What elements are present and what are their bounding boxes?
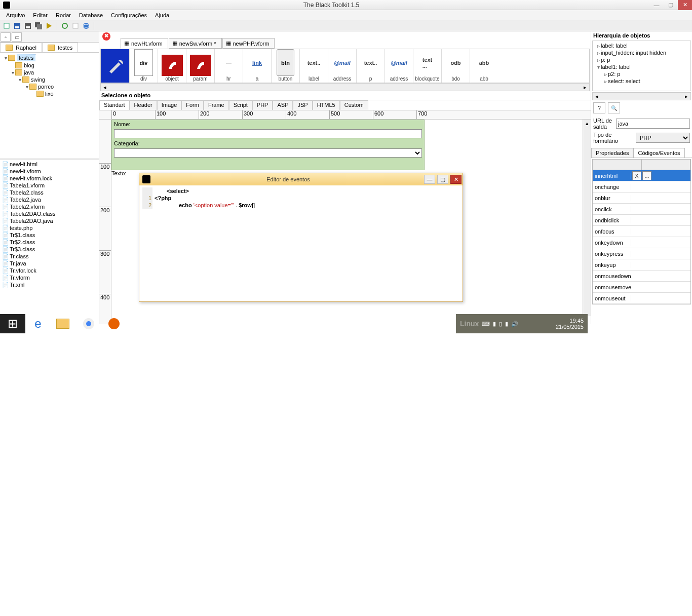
event-row[interactable]: onmousemove (593, 282, 690, 293)
design-tab-image[interactable]: Image (157, 100, 182, 110)
file-item[interactable]: 📄Tr$2.class (1, 239, 98, 246)
events-grid[interactable]: innerhtmlX...onchangeonbluronclickondblc… (592, 159, 691, 304)
menu-editar[interactable]: Editar (29, 11, 52, 19)
refresh-icon[interactable] (60, 21, 69, 30)
palette-item-param[interactable]: param (186, 49, 214, 83)
event-editor-max-button[interactable]: ▢ (437, 175, 448, 184)
file-item[interactable]: 📄Tr.java (1, 260, 98, 267)
flag-icon[interactable]: ▮ (493, 321, 496, 327)
scroll-left-icon[interactable]: ◂ (101, 84, 109, 91)
design-tab-form[interactable]: Form (181, 100, 204, 110)
scroll-right-icon[interactable]: ▸ (581, 84, 589, 91)
event-row[interactable]: onkeyup (593, 259, 690, 271)
nav-new-icon[interactable]: ▫ (1, 32, 11, 42)
palette-item-label[interactable]: text..label (299, 49, 328, 83)
palette-item-bdo[interactable]: odbbdo (441, 49, 470, 83)
globe-icon[interactable] (82, 21, 91, 30)
file-item[interactable]: 📄newHt.vform (1, 168, 98, 175)
nome-input[interactable] (114, 129, 422, 138)
scroll-track[interactable] (109, 84, 581, 91)
tree-node[interactable]: ▾java (1, 69, 98, 76)
project-tab[interactable]: Raphael (0, 43, 42, 52)
tree-node[interactable]: lixo (1, 90, 98, 97)
palette-item-blockquote[interactable]: text...blockquote (413, 49, 441, 83)
file-list[interactable]: 📄newHt.html📄newHt.vform📄newHt.vform.lock… (0, 159, 99, 324)
nav-del-icon[interactable]: ▭ (12, 32, 22, 42)
file-item[interactable]: 📄Tabela2.java (1, 196, 98, 203)
tree-node[interactable]: ▾porrco (1, 83, 98, 90)
design-tab-html5[interactable]: HTML5 (313, 100, 340, 110)
event-row[interactable]: onfocus (593, 226, 690, 237)
event-row[interactable]: onblur (593, 192, 690, 204)
prop-tab[interactable]: Propriedades (591, 148, 633, 158)
form-panel[interactable]: Nome: Categoria: (111, 120, 425, 170)
event-row[interactable]: onmouseout (593, 293, 690, 304)
file-item[interactable]: 📄Tabela1.vform (1, 182, 98, 189)
event-edit-button[interactable]: ... (642, 171, 651, 180)
firefox-icon[interactable] (101, 314, 127, 333)
canvas-vscroll[interactable]: ▴ (583, 120, 591, 316)
search-icon[interactable]: 🔍 (608, 102, 620, 113)
file-item[interactable]: 📄Tabela2DAO.java (1, 217, 98, 224)
event-editor-titlebar[interactable]: Editor de eventos — ▢ ✕ (139, 173, 463, 185)
event-editor-min-button[interactable]: — (424, 175, 435, 184)
event-row[interactable]: onclick (593, 204, 690, 215)
file-item[interactable]: 📄Tabela2DAO.class (1, 210, 98, 217)
system-tray[interactable]: Linux ⌨ ▮ ▯ ▮ 🔊 19:45 21/05/2015 (456, 314, 588, 333)
tray-clock[interactable]: 19:45 21/05/2015 (556, 318, 584, 330)
chrome-icon[interactable] (76, 314, 101, 333)
tree-node[interactable]: ▾swing (1, 76, 98, 83)
scroll-up-icon[interactable]: ▴ (583, 120, 591, 128)
file-item[interactable]: 📄Tr.xml (1, 281, 98, 288)
project-tab[interactable]: testes (42, 43, 78, 52)
event-row[interactable]: onkeydown (593, 237, 690, 248)
save-icon-2[interactable] (23, 21, 32, 30)
hierarchy-node[interactable]: ▹ p: p (594, 56, 689, 63)
file-item[interactable]: 📄Tabela2.vform (1, 203, 98, 210)
tree-node[interactable]: blog (1, 62, 98, 69)
blank-icon[interactable] (71, 21, 80, 30)
palette-item-hr[interactable]: —hr (214, 49, 243, 83)
palette-item-abb[interactable]: abbabb (470, 49, 498, 83)
tree-node[interactable]: ▾testes (1, 54, 98, 62)
design-tab-asp[interactable]: ASP (273, 100, 293, 110)
file-item[interactable]: 📄Tr.class (1, 253, 98, 260)
event-editor-close-button[interactable]: ✕ (450, 175, 462, 184)
palette-item-address[interactable]: @mailaddress (385, 49, 413, 83)
file-item[interactable]: 📄newHt.vform.lock (1, 175, 98, 182)
menu-database[interactable]: Database (75, 11, 107, 19)
close-button[interactable]: ✕ (678, 0, 692, 10)
explorer-icon[interactable] (51, 314, 76, 333)
help-icon[interactable]: ? (593, 102, 605, 113)
file-item[interactable]: 📄Tr.vform (1, 274, 98, 281)
battery-icon[interactable]: ▮ (505, 321, 508, 327)
hierarchy-hscroll[interactable]: ◂ ▸ (592, 92, 691, 100)
design-tab-standart[interactable]: Standart (99, 100, 130, 110)
ie-icon[interactable]: e (25, 314, 51, 333)
new-icon[interactable] (2, 21, 11, 30)
wifi-icon[interactable]: ▯ (499, 321, 502, 327)
palette-item-button[interactable]: btnbutton (271, 49, 299, 83)
design-tab-php[interactable]: PHP (252, 100, 273, 110)
event-row[interactable]: onchange (593, 181, 690, 192)
document-tab[interactable]: ▦newSw.vform * (169, 38, 222, 49)
event-row[interactable]: innerhtmlX... (593, 170, 690, 181)
keyboard-icon[interactable]: ⌨ (482, 321, 490, 327)
saveall-icon[interactable] (34, 21, 43, 30)
formtype-select[interactable]: PHP (636, 133, 690, 143)
menu-ajuda[interactable]: Ajuda (151, 11, 173, 19)
categoria-select[interactable] (114, 148, 422, 158)
document-tab[interactable]: ▦newPHP.vform (222, 38, 275, 49)
event-clear-button[interactable]: X (632, 171, 641, 180)
file-item[interactable]: 📄Tr$1.class (1, 232, 98, 239)
maximize-button[interactable]: ▢ (664, 0, 678, 10)
code-area[interactable]: <select> <?php echo '<option value="' . … (152, 187, 459, 209)
hierarchy-node[interactable]: ▹ p2: p (594, 70, 689, 78)
palette-item-p[interactable]: text..p (356, 49, 385, 83)
menu-arquivo[interactable]: Arquivo (2, 11, 29, 19)
cancel-icon[interactable]: ✖ (102, 32, 110, 41)
event-row[interactable]: onmousedown (593, 271, 690, 282)
prop-tab[interactable]: Códigos/Eventos (633, 148, 684, 158)
design-tab-script[interactable]: Script (229, 100, 252, 110)
palette-tool-icon[interactable] (101, 49, 129, 83)
